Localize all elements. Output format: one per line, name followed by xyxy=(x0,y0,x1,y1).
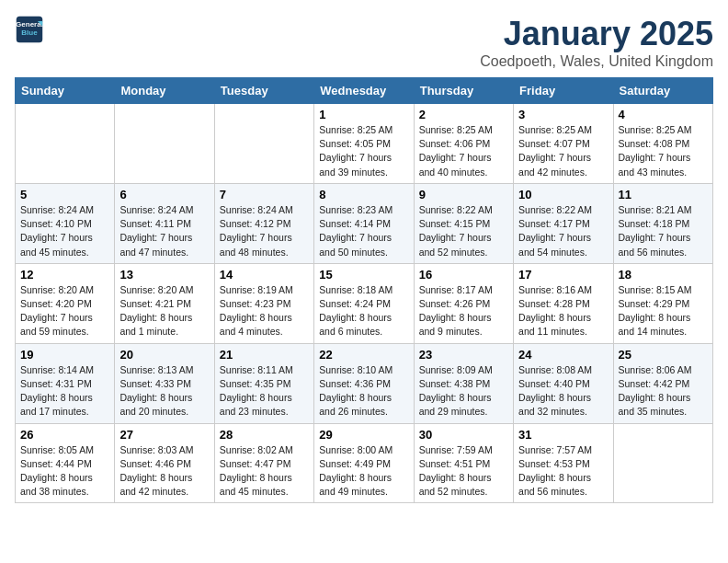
day-info: Sunrise: 8:25 AMSunset: 4:06 PMDaylight:… xyxy=(419,123,508,179)
day-number: 31 xyxy=(518,428,608,442)
day-info: Sunrise: 8:16 AMSunset: 4:28 PMDaylight:… xyxy=(518,283,608,339)
day-cell-12: 12Sunrise: 8:20 AMSunset: 4:20 PMDayligh… xyxy=(16,263,115,343)
day-number: 15 xyxy=(319,268,408,282)
empty-cell xyxy=(613,423,712,503)
day-number: 2 xyxy=(419,108,508,121)
day-info: Sunrise: 8:18 AMSunset: 4:24 PMDaylight:… xyxy=(319,283,408,339)
day-cell-30: 30Sunrise: 7:59 AMSunset: 4:51 PMDayligh… xyxy=(414,423,513,503)
day-info: Sunrise: 8:25 AMSunset: 4:08 PMDaylight:… xyxy=(619,123,708,179)
day-number: 1 xyxy=(319,108,408,121)
day-cell-28: 28Sunrise: 8:02 AMSunset: 4:47 PMDayligh… xyxy=(214,423,313,503)
day-number: 27 xyxy=(119,428,209,442)
day-number: 24 xyxy=(518,348,608,362)
title-block: January 2025 Coedpoeth, Wales, United Ki… xyxy=(480,15,713,70)
day-cell-10: 10Sunrise: 8:22 AMSunset: 4:17 PMDayligh… xyxy=(514,183,613,263)
day-info: Sunrise: 8:13 AMSunset: 4:33 PMDaylight:… xyxy=(119,363,209,419)
day-number: 5 xyxy=(20,188,109,201)
week-row-4: 19Sunrise: 8:14 AMSunset: 4:31 PMDayligh… xyxy=(16,343,713,423)
day-cell-16: 16Sunrise: 8:17 AMSunset: 4:26 PMDayligh… xyxy=(414,263,513,343)
day-number: 18 xyxy=(619,268,708,282)
day-cell-9: 9Sunrise: 8:22 AMSunset: 4:15 PMDaylight… xyxy=(414,183,513,263)
day-info: Sunrise: 8:22 AMSunset: 4:17 PMDaylight:… xyxy=(518,203,608,259)
day-number: 20 xyxy=(119,348,209,362)
day-info: Sunrise: 8:15 AMSunset: 4:29 PMDaylight:… xyxy=(619,283,708,339)
day-info: Sunrise: 8:00 AMSunset: 4:49 PMDaylight:… xyxy=(319,443,408,500)
empty-cell xyxy=(115,104,214,184)
calendar-title: January 2025 xyxy=(480,15,713,53)
week-row-1: 1Sunrise: 8:25 AMSunset: 4:05 PMDaylight… xyxy=(16,104,713,184)
day-number: 3 xyxy=(518,108,608,121)
day-number: 4 xyxy=(619,108,708,121)
day-info: Sunrise: 8:21 AMSunset: 4:18 PMDaylight:… xyxy=(619,203,708,259)
day-cell-6: 6Sunrise: 8:24 AMSunset: 4:11 PMDaylight… xyxy=(115,183,214,263)
day-header-friday: Friday xyxy=(514,78,613,104)
day-info: Sunrise: 8:23 AMSunset: 4:14 PMDaylight:… xyxy=(319,203,408,259)
day-info: Sunrise: 8:10 AMSunset: 4:36 PMDaylight:… xyxy=(319,363,408,419)
day-number: 16 xyxy=(419,268,508,282)
day-number: 7 xyxy=(220,188,309,201)
day-cell-15: 15Sunrise: 8:18 AMSunset: 4:24 PMDayligh… xyxy=(314,263,414,343)
day-cell-11: 11Sunrise: 8:21 AMSunset: 4:18 PMDayligh… xyxy=(613,183,712,263)
day-number: 23 xyxy=(419,348,508,362)
day-cell-19: 19Sunrise: 8:14 AMSunset: 4:31 PMDayligh… xyxy=(16,343,115,423)
day-cell-26: 26Sunrise: 8:05 AMSunset: 4:44 PMDayligh… xyxy=(16,423,115,503)
day-cell-1: 1Sunrise: 8:25 AMSunset: 4:05 PMDaylight… xyxy=(314,104,414,184)
day-number: 22 xyxy=(319,348,408,362)
day-header-sunday: Sunday xyxy=(16,78,115,104)
day-info: Sunrise: 8:20 AMSunset: 4:20 PMDaylight:… xyxy=(20,283,109,339)
day-info: Sunrise: 8:24 AMSunset: 4:11 PMDaylight:… xyxy=(119,203,209,259)
day-number: 21 xyxy=(220,348,309,362)
day-info: Sunrise: 7:59 AMSunset: 4:51 PMDaylight:… xyxy=(419,443,508,500)
day-number: 14 xyxy=(220,268,309,282)
day-info: Sunrise: 8:14 AMSunset: 4:31 PMDaylight:… xyxy=(20,363,109,419)
day-number: 10 xyxy=(518,188,608,201)
day-number: 11 xyxy=(619,188,708,201)
day-header-monday: Monday xyxy=(115,78,214,104)
day-cell-20: 20Sunrise: 8:13 AMSunset: 4:33 PMDayligh… xyxy=(115,343,214,423)
day-cell-21: 21Sunrise: 8:11 AMSunset: 4:35 PMDayligh… xyxy=(214,343,313,423)
day-number: 9 xyxy=(419,188,508,201)
week-row-3: 12Sunrise: 8:20 AMSunset: 4:20 PMDayligh… xyxy=(16,263,713,343)
day-number: 29 xyxy=(319,428,408,442)
logo-icon: General Blue xyxy=(15,15,44,44)
empty-cell xyxy=(16,104,115,184)
day-info: Sunrise: 8:11 AMSunset: 4:35 PMDaylight:… xyxy=(220,363,309,419)
day-info: Sunrise: 8:08 AMSunset: 4:40 PMDaylight:… xyxy=(518,363,608,419)
day-cell-17: 17Sunrise: 8:16 AMSunset: 4:28 PMDayligh… xyxy=(514,263,613,343)
day-number: 25 xyxy=(619,348,708,362)
day-number: 8 xyxy=(319,188,408,201)
day-cell-27: 27Sunrise: 8:03 AMSunset: 4:46 PMDayligh… xyxy=(115,423,214,503)
day-number: 13 xyxy=(119,268,209,282)
day-cell-5: 5Sunrise: 8:24 AMSunset: 4:10 PMDaylight… xyxy=(16,183,115,263)
day-cell-31: 31Sunrise: 7:57 AMSunset: 4:53 PMDayligh… xyxy=(514,423,613,503)
calendar-subtitle: Coedpoeth, Wales, United Kingdom xyxy=(480,53,713,70)
day-number: 26 xyxy=(20,428,109,442)
day-number: 28 xyxy=(220,428,309,442)
day-number: 30 xyxy=(419,428,508,442)
logo: General Blue xyxy=(15,15,44,44)
day-info: Sunrise: 8:22 AMSunset: 4:15 PMDaylight:… xyxy=(419,203,508,259)
day-number: 19 xyxy=(20,348,109,362)
day-header-row: SundayMondayTuesdayWednesdayThursdayFrid… xyxy=(16,78,713,104)
day-info: Sunrise: 8:19 AMSunset: 4:23 PMDaylight:… xyxy=(220,283,309,339)
day-cell-8: 8Sunrise: 8:23 AMSunset: 4:14 PMDaylight… xyxy=(314,183,414,263)
day-info: Sunrise: 8:06 AMSunset: 4:42 PMDaylight:… xyxy=(619,363,708,419)
day-header-saturday: Saturday xyxy=(613,78,712,104)
day-cell-18: 18Sunrise: 8:15 AMSunset: 4:29 PMDayligh… xyxy=(613,263,712,343)
day-info: Sunrise: 8:24 AMSunset: 4:10 PMDaylight:… xyxy=(20,203,109,259)
day-cell-13: 13Sunrise: 8:20 AMSunset: 4:21 PMDayligh… xyxy=(115,263,214,343)
day-info: Sunrise: 8:25 AMSunset: 4:05 PMDaylight:… xyxy=(319,123,408,179)
day-info: Sunrise: 8:02 AMSunset: 4:47 PMDaylight:… xyxy=(220,443,309,500)
empty-cell xyxy=(214,104,313,184)
svg-text:Blue: Blue xyxy=(21,29,38,37)
calendar-table: SundayMondayTuesdayWednesdayThursdayFrid… xyxy=(15,77,713,503)
day-header-wednesday: Wednesday xyxy=(314,78,414,104)
day-info: Sunrise: 8:25 AMSunset: 4:07 PMDaylight:… xyxy=(518,123,608,179)
day-info: Sunrise: 8:03 AMSunset: 4:46 PMDaylight:… xyxy=(119,443,209,500)
day-cell-29: 29Sunrise: 8:00 AMSunset: 4:49 PMDayligh… xyxy=(314,423,414,503)
day-cell-25: 25Sunrise: 8:06 AMSunset: 4:42 PMDayligh… xyxy=(613,343,712,423)
day-cell-7: 7Sunrise: 8:24 AMSunset: 4:12 PMDaylight… xyxy=(214,183,313,263)
day-header-thursday: Thursday xyxy=(414,78,513,104)
day-header-tuesday: Tuesday xyxy=(214,78,313,104)
day-info: Sunrise: 8:20 AMSunset: 4:21 PMDaylight:… xyxy=(119,283,209,339)
